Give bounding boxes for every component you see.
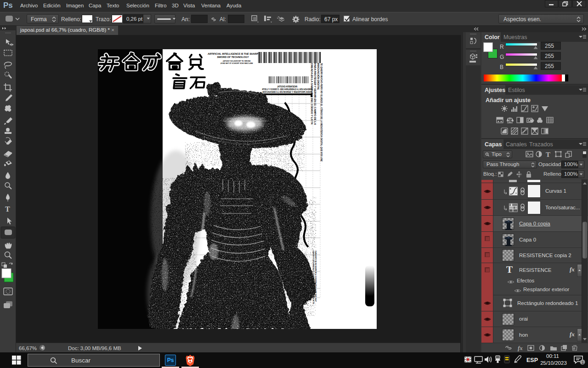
svg-text:T: T: [546, 151, 550, 158]
svg-text:SWORD OF TECHNOLOGY: SWORD OF TECHNOLOGY: [217, 56, 249, 58]
svg-text:ARTIFICIAL INTELLIGENCE IS THE: ARTIFICIAL INTELLIGENCE IS THE SHARP: [207, 52, 258, 55]
svg-text:fx: fx: [518, 345, 523, 351]
svg-text:WELCOME NICE TRONICS TO THE DE: WELCOME NICE TRONICS TO THE DEVIL: [220, 63, 253, 64]
svg-text:SWORD OF TECHNOLOGY DIGITAL: SWORD OF TECHNOLOGY DIGITAL: [222, 60, 250, 62]
svg-text:T: T: [5, 205, 10, 213]
svg-text:1: 1: [582, 360, 584, 365]
